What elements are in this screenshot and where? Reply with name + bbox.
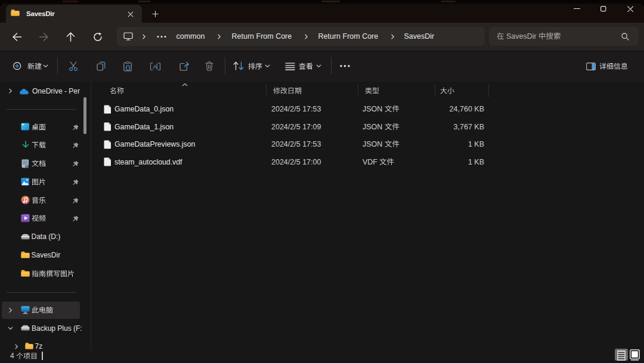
svg-text:A: A <box>153 63 157 70</box>
